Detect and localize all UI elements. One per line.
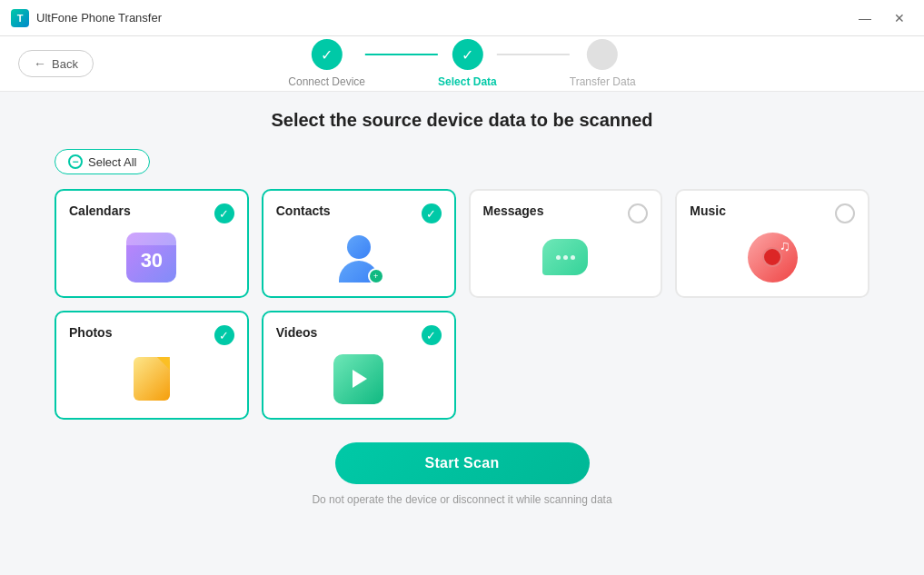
- title-bar-left: T UltFone Phone Transfer: [11, 9, 162, 27]
- main-content: ← Back ✓ Connect Device ✓ Select Data Tr…: [0, 36, 924, 575]
- minimize-button[interactable]: —: [851, 7, 879, 29]
- bottom-area: Start Scan Do not operate the device or …: [312, 442, 611, 506]
- photos-icon: [126, 354, 176, 404]
- card-icon-videos: [276, 345, 442, 405]
- card-title-music: Music: [690, 203, 726, 218]
- connector-1: [365, 54, 438, 55]
- check-contacts: ✓: [422, 203, 442, 223]
- card-icon-music: ♫: [690, 223, 855, 283]
- step-select-data-label: Select Data: [438, 75, 497, 88]
- videos-icon: [333, 354, 383, 404]
- card-header-messages: Messages: [483, 203, 649, 223]
- card-icon-calendars: 30: [69, 223, 234, 283]
- check-messages: [628, 203, 648, 223]
- step-connect-device-circle: ✓: [312, 39, 343, 70]
- step-transfer-data: Transfer Data: [570, 39, 636, 88]
- card-header-music: Music: [690, 203, 855, 223]
- check-calendars: ✓: [214, 203, 234, 223]
- step-connect-device-label: Connect Device: [288, 75, 365, 88]
- card-title-videos: Videos: [276, 325, 318, 340]
- step-select-data: ✓ Select Data: [438, 39, 497, 88]
- app-icon: T: [11, 9, 29, 27]
- back-arrow-icon: ←: [34, 56, 46, 71]
- header-area: ← Back ✓ Connect Device ✓ Select Data Tr…: [0, 36, 924, 92]
- data-card-messages[interactable]: Messages: [469, 189, 663, 298]
- card-header-photos: Photos ✓: [69, 325, 234, 345]
- calendar-icon: 30: [126, 233, 176, 283]
- select-all-button[interactable]: − Select All: [55, 149, 150, 174]
- title-bar-controls: — ✕: [851, 7, 913, 29]
- scan-note: Do not operate the device or disconnect …: [312, 493, 611, 506]
- card-title-messages: Messages: [483, 203, 544, 218]
- card-icon-photos: [69, 345, 234, 405]
- card-header-contacts: Contacts ✓: [276, 203, 442, 223]
- data-grid: Calendars ✓ 30 Contacts ✓: [55, 189, 869, 420]
- content-body: Select the source device data to be scan…: [0, 92, 924, 575]
- check-music: [835, 203, 855, 223]
- card-icon-messages: [483, 223, 649, 283]
- data-card-music[interactable]: Music ♫: [675, 189, 869, 298]
- steps-progress: ✓ Connect Device ✓ Select Data Transfer …: [288, 39, 635, 88]
- back-button[interactable]: ← Back: [18, 50, 94, 77]
- card-icon-contacts: +: [276, 223, 442, 283]
- connector-2: [497, 54, 570, 55]
- card-title-calendars: Calendars: [69, 203, 131, 218]
- check-videos: ✓: [422, 325, 442, 345]
- data-card-calendars[interactable]: Calendars ✓ 30: [55, 189, 249, 298]
- page-title: Select the source device data to be scan…: [271, 110, 652, 131]
- card-header-videos: Videos ✓: [276, 325, 442, 345]
- data-card-photos[interactable]: Photos ✓: [55, 311, 249, 420]
- card-title-photos: Photos: [69, 325, 112, 340]
- contacts-icon: +: [333, 233, 383, 283]
- step-select-data-circle: ✓: [452, 39, 482, 70]
- music-icon: ♫: [748, 233, 798, 283]
- select-all-label: Select All: [88, 155, 136, 169]
- step-connect-device: ✓ Connect Device: [288, 39, 365, 88]
- step-transfer-data-label: Transfer Data: [570, 75, 636, 88]
- card-header-calendars: Calendars ✓: [69, 203, 234, 223]
- messages-icon: [541, 233, 591, 283]
- start-scan-button[interactable]: Start Scan: [335, 442, 590, 484]
- back-button-label: Back: [52, 57, 78, 71]
- data-card-contacts[interactable]: Contacts ✓ +: [262, 189, 456, 298]
- data-card-videos[interactable]: Videos ✓: [262, 311, 456, 420]
- select-all-icon: −: [68, 154, 83, 169]
- step-transfer-data-circle: [587, 39, 618, 70]
- check-photos: ✓: [214, 325, 234, 345]
- close-button[interactable]: ✕: [886, 7, 913, 29]
- title-bar: T UltFone Phone Transfer — ✕: [0, 0, 924, 36]
- card-title-contacts: Contacts: [276, 203, 331, 218]
- app-title: UltFone Phone Transfer: [36, 11, 162, 25]
